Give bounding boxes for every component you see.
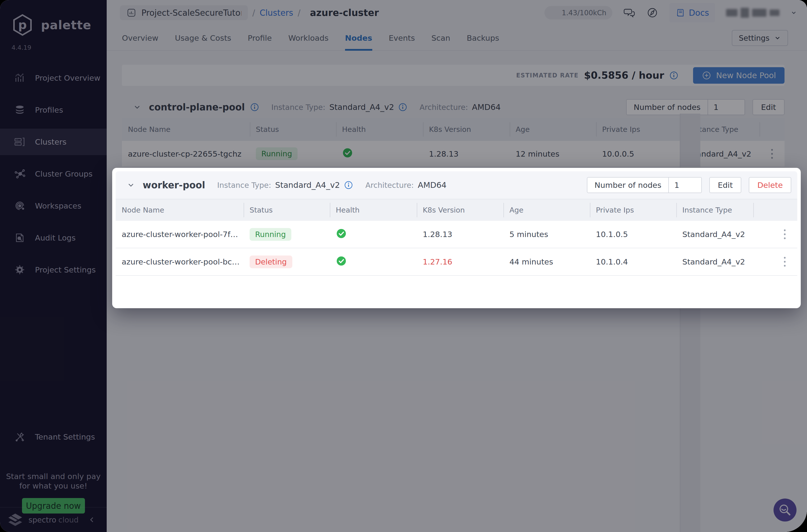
col-health: Health xyxy=(330,203,417,217)
number-of-nodes-label: Number of nodes xyxy=(587,180,668,190)
architecture-label: Architecture: xyxy=(365,181,414,190)
row-menu-kebab-icon[interactable] xyxy=(753,256,797,267)
worker-pool-spotlight-card: worker-pool Instance Type: Standard_A4_v… xyxy=(112,168,801,308)
edit-pool-button[interactable]: Edit xyxy=(709,177,741,193)
number-of-nodes-control: Number of nodes 1 xyxy=(587,177,702,193)
cell-k8s-version: 1.28.13 xyxy=(417,230,503,239)
healthy-check-icon xyxy=(336,255,347,266)
info-icon[interactable] xyxy=(344,180,353,190)
cell-health xyxy=(330,255,417,268)
node-table-header: Node Name Status Health K8s Version Age … xyxy=(116,199,797,221)
col-status: Status xyxy=(244,203,330,217)
instance-type-value: Standard_A4_v2 xyxy=(275,180,340,190)
cell-instance-type: Standard_A4_v2 xyxy=(676,230,753,239)
col-node-name: Node Name xyxy=(116,203,244,217)
instance-type-label: Instance Type: xyxy=(217,181,271,190)
row-menu-kebab-icon[interactable] xyxy=(753,229,797,240)
col-private-ips: Private Ips xyxy=(590,203,676,217)
app-window: p palette 4.4.19 Project Overview xyxy=(0,0,807,532)
cell-age: 44 minutes xyxy=(503,257,590,266)
healthy-check-icon xyxy=(336,228,347,239)
table-row[interactable]: azure-cluster-worker-pool-7f… Running 1.… xyxy=(116,221,797,248)
number-of-nodes-input[interactable]: 1 xyxy=(668,177,701,193)
cell-node-name: azure-cluster-worker-pool-bc… xyxy=(116,257,244,266)
cell-status: Running xyxy=(244,228,330,241)
pool-controls: Number of nodes 1 Edit Delete xyxy=(587,177,791,193)
delete-pool-button[interactable]: Delete xyxy=(749,177,791,193)
col-actions xyxy=(753,203,797,217)
pool-name: worker-pool xyxy=(143,180,205,191)
cell-private-ip: 10.1.0.4 xyxy=(590,257,676,266)
cell-k8s-version: 1.27.16 xyxy=(417,257,503,266)
worker-pool-header: worker-pool Instance Type: Standard_A4_v… xyxy=(116,171,797,199)
cell-node-name: azure-cluster-worker-pool-7f… xyxy=(116,230,244,239)
collapse-pool-chevron-icon[interactable] xyxy=(127,181,135,189)
cell-status: Deleting xyxy=(244,255,330,268)
cell-instance-type: Standard_A4_v2 xyxy=(676,257,753,266)
status-badge: Deleting xyxy=(249,255,292,268)
cell-age: 5 minutes xyxy=(503,230,590,239)
cell-private-ip: 10.1.0.5 xyxy=(590,230,676,239)
col-age: Age xyxy=(503,203,590,217)
col-instance-type: Instance Type xyxy=(676,203,753,217)
status-badge: Running xyxy=(249,228,291,241)
table-row[interactable]: azure-cluster-worker-pool-bc… Deleting 1… xyxy=(116,248,797,276)
cell-health xyxy=(330,228,417,241)
architecture-value: AMD64 xyxy=(418,180,447,190)
col-k8s-version: K8s Version xyxy=(417,203,503,217)
